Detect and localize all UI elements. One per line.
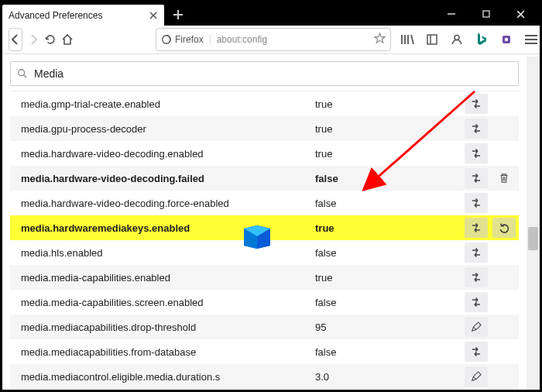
pref-toggle-button[interactable]	[465, 218, 488, 238]
pref-name: media.hardware-video-decoding.enabled	[21, 148, 315, 160]
identity-box[interactable]: Firefox	[161, 34, 211, 45]
svg-point-7	[19, 70, 25, 76]
pref-row[interactable]: media.mediacontrol.eligible.media.durati…	[10, 364, 519, 389]
pref-name: media.hardwaremediakeys.enabled	[21, 222, 315, 234]
hamburger-icon	[525, 35, 537, 44]
pref-toggle-button[interactable]	[465, 94, 488, 114]
extension-icon[interactable]	[495, 29, 518, 50]
svg-point-4	[455, 36, 459, 40]
home-button[interactable]	[61, 29, 74, 50]
new-tab-button[interactable]	[167, 4, 189, 26]
pref-toggle-button[interactable]	[465, 119, 488, 139]
bing-icon[interactable]	[470, 29, 493, 50]
pref-row[interactable]: media.gmp-trial-create.enabledtrue	[10, 91, 519, 116]
bookmark-star-icon[interactable]	[374, 33, 386, 46]
pref-delete-button[interactable]	[492, 168, 516, 188]
pref-name: media.mediacapabilities.from-database	[21, 346, 315, 358]
pref-row[interactable]: media.gpu-process-decodertrue	[10, 116, 519, 141]
pref-edit-button[interactable]	[465, 366, 488, 387]
pref-toggle-button[interactable]	[465, 242, 488, 263]
library-button[interactable]	[396, 29, 419, 50]
pref-row[interactable]: media.hls.enabledfalse	[10, 240, 519, 265]
pref-value: false	[315, 247, 460, 259]
pref-name: media.hardware-video-decoding.failed	[21, 173, 315, 184]
close-window-button[interactable]	[503, 2, 538, 26]
svg-point-6	[505, 38, 508, 41]
browser-tab[interactable]: Advanced Preferences	[2, 5, 164, 26]
pref-name: media.hardware-video-decoding.force-enab…	[21, 198, 315, 209]
pref-value: true	[315, 148, 460, 160]
back-button[interactable]	[9, 28, 22, 51]
pref-row[interactable]: media.media-capabilities.enabledtrue	[10, 265, 519, 290]
pref-name: media.media-capabilities.screen.enabled	[21, 297, 315, 308]
svg-rect-0	[483, 11, 489, 17]
pref-value: 3.0	[315, 371, 460, 383]
minimize-button[interactable]	[434, 2, 468, 26]
pref-name: media.gpu-process-decoder	[21, 123, 315, 135]
pref-row[interactable]: media.hardware-video-decoding.force-enab…	[10, 191, 519, 215]
pref-value: true	[315, 222, 460, 234]
toolbar: Firefox about:config	[2, 26, 540, 54]
maximize-button[interactable]	[468, 2, 503, 26]
pref-row[interactable]: media.mediacapabilities.from-databasefal…	[10, 339, 519, 364]
pref-row[interactable]: media.mediacontrol.stopcontrol.timer.ms6…	[10, 389, 519, 390]
pref-value: 95	[315, 322, 460, 333]
pref-name: media.mediacapabilities.drop-threshold	[21, 322, 315, 333]
pref-value: true	[315, 98, 460, 110]
pref-row[interactable]: media.mediacapabilities.drop-threshold95	[10, 315, 519, 339]
pref-toggle-button[interactable]	[465, 143, 488, 163]
window-controls	[434, 2, 540, 26]
pref-row[interactable]: media.media-capabilities.screen.enabledf…	[10, 290, 519, 315]
pref-search-input[interactable]: Media	[10, 61, 519, 86]
pref-toggle-button[interactable]	[465, 168, 488, 188]
account-button[interactable]	[445, 29, 468, 50]
pref-toggle-button[interactable]	[465, 292, 488, 312]
tab-title: Advanced Preferences	[9, 10, 147, 21]
pref-table: media.gmp-trial-create.enabledtruemedia.…	[10, 91, 519, 390]
pref-row[interactable]: media.hardwaremediakeys.enabledtrue	[10, 215, 519, 240]
pref-name: media.hls.enabled	[21, 247, 315, 259]
reload-button[interactable]	[44, 29, 57, 50]
pref-toggle-button[interactable]	[465, 193, 488, 213]
vertical-scrollbar[interactable]	[527, 57, 540, 390]
menu-button[interactable]	[520, 29, 542, 50]
sidebar-button[interactable]	[420, 29, 444, 50]
firefox-icon	[161, 34, 172, 45]
svg-line-8	[24, 75, 27, 78]
pref-value: true	[315, 123, 460, 135]
titlebar: Advanced Preferences	[2, 2, 540, 26]
scrollbar-thumb[interactable]	[528, 227, 538, 250]
pref-reset-button[interactable]	[492, 218, 516, 238]
pref-edit-button[interactable]	[465, 317, 488, 337]
pref-toggle-button[interactable]	[465, 342, 488, 362]
search-query: Media	[34, 67, 63, 80]
pref-toggle-button[interactable]	[465, 267, 488, 287]
pref-value: false	[315, 198, 460, 209]
forward-button[interactable]	[27, 29, 39, 50]
pref-name: media.gmp-trial-create.enabled	[21, 98, 315, 110]
pref-value: false	[315, 346, 460, 358]
url-text: about:config	[217, 34, 368, 45]
identity-label: Firefox	[175, 34, 204, 45]
pref-row[interactable]: media.hardware-video-decoding.enabledtru…	[10, 141, 519, 166]
pref-name: media.media-capabilities.enabled	[21, 272, 315, 284]
pref-name: media.mediacontrol.eligible.media.durati…	[21, 371, 315, 383]
close-tab-icon[interactable]	[147, 9, 160, 22]
pref-value: false	[315, 297, 460, 308]
url-bar[interactable]: Firefox about:config	[156, 28, 391, 51]
pref-row[interactable]: media.hardware-video-decoding.failedfals…	[10, 166, 519, 191]
svg-rect-2	[427, 35, 437, 44]
search-icon	[17, 68, 28, 79]
pref-value: true	[315, 272, 460, 284]
pref-value: false	[315, 173, 460, 184]
